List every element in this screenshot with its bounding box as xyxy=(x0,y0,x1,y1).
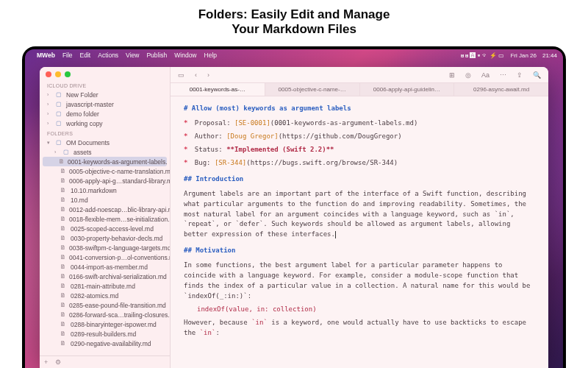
disclosure-icon[interactable]: › xyxy=(47,92,53,97)
file-icon: 🗎 xyxy=(60,168,66,174)
sidebar-section-icloud: ICLOUD DRIVE xyxy=(40,80,170,90)
menubar-item[interactable]: File xyxy=(62,52,73,59)
sidebar-folder[interactable]: ›▢demo folder xyxy=(40,109,170,118)
folder-label: demo folder xyxy=(66,110,99,118)
layout-icon[interactable]: ⊞ xyxy=(448,71,456,79)
nav-forward-icon[interactable]: › xyxy=(206,71,211,79)
sidebar-file[interactable]: 🗎0030-property-behavior-decls.md xyxy=(40,233,170,243)
menubar-item[interactable]: View xyxy=(126,52,139,59)
file-icon: 🗎 xyxy=(60,254,66,261)
file-label: 0286-forward-sca…trailing-closures.md xyxy=(69,311,170,319)
sidebar-file[interactable]: 🗎0038-swiftpm-c-language-targets.md xyxy=(40,243,170,252)
menubar-item[interactable]: Actions xyxy=(98,52,118,59)
menubar-time[interactable]: 21:44 xyxy=(542,52,557,59)
menubar-app-name[interactable]: MWeb xyxy=(37,52,55,59)
sidebar-file[interactable]: 🗎0282-atomics.md xyxy=(40,291,170,300)
file-label: 0041-conversion-p…ol-conventions.md xyxy=(69,254,170,261)
file-label: 0044-import-as-member.md xyxy=(71,263,148,271)
file-icon: 🗎 xyxy=(60,187,68,194)
sidebar-file[interactable]: 🗎10.10.markdown xyxy=(40,185,170,195)
desktop-screen: MWeb File Edit Actions View Publish Wind… xyxy=(25,49,563,368)
doc-paragraph: Argument labels are an important part of… xyxy=(184,189,535,241)
file-label: 0001-keywords-as-argument-labels.md xyxy=(68,158,167,166)
close-button[interactable] xyxy=(46,71,51,77)
sidebar-file[interactable]: 🗎0006-apply-api-g…standard-library.md xyxy=(40,176,170,185)
file-icon: 🗎 xyxy=(60,302,66,308)
more-icon[interactable]: ⋯ xyxy=(498,71,508,79)
disclosure-icon[interactable]: › xyxy=(47,111,53,116)
zoom-button[interactable] xyxy=(65,71,71,77)
file-label: 0018-flexible-mem…se-initialization.md xyxy=(69,216,170,223)
file-icon: 🗎 xyxy=(60,225,68,232)
editor-tab[interactable]: 0001-keywords-as-… xyxy=(171,83,265,96)
doc-paragraph: In some functions, the best argument lab… xyxy=(184,261,535,302)
sidebar-section-folders: FOLDERS xyxy=(40,128,170,138)
file-label: 0012-add-noescap…blic-library-api.md xyxy=(69,206,170,213)
promo-line1: Folders: Easily Edit and Manage xyxy=(0,7,588,22)
sidebar-folder-assets[interactable]: › ▢ assets xyxy=(40,147,170,157)
search-icon[interactable]: 🔍 xyxy=(531,71,542,79)
doc-meta-line: Bug: [SR-344](https://bugs.swift.org/bro… xyxy=(184,158,535,169)
disclosure-icon[interactable]: ▾ xyxy=(47,140,53,146)
status-icons[interactable]: ▤ ▤ 🅰 ⌨ ᯤ ⚡ ▭ xyxy=(461,52,504,59)
sidebar-file[interactable]: 🗎0286-forward-sca…trailing-closures.md xyxy=(40,310,170,319)
sidebar-file[interactable]: 🗎0289-result-builders.md xyxy=(40,329,170,339)
sidebar-file[interactable]: 🗎0285-ease-pound-file-transition.md xyxy=(40,300,170,310)
folder-icon: ▢ xyxy=(63,149,71,155)
file-icon: 🗎 xyxy=(60,321,68,328)
file-label: 0282-atomics.md xyxy=(71,292,118,300)
folder-icon: ▢ xyxy=(56,101,63,107)
sidebar-folder-root[interactable]: ▾ ▢ OM Documents xyxy=(40,138,170,147)
doc-meta-line: Author: [Doug Gregor](https://github.com… xyxy=(184,132,535,142)
sidebar-file[interactable]: 🗎0288-binaryinteger-ispower.md xyxy=(40,319,170,329)
menubar-item[interactable]: Publish xyxy=(146,52,167,59)
file-icon: 🗎 xyxy=(59,158,65,165)
macos-menubar: MWeb File Edit Actions View Publish Wind… xyxy=(25,49,563,61)
editor[interactable]: # Allow (most) keywords as argument labe… xyxy=(171,96,548,368)
file-label: 0005-objective-c-name-translation.md xyxy=(69,168,170,175)
settings-button[interactable]: ⚙ xyxy=(55,358,61,366)
sidebar-file[interactable]: 🗎0005-objective-c-name-translation.md xyxy=(40,166,170,176)
sidebar-file[interactable]: 🗎0166-swift-archival-serialization.md xyxy=(40,272,170,281)
file-label: 10.md xyxy=(71,197,88,204)
sidebar-folder[interactable]: ›▢javascript-master xyxy=(40,99,170,109)
disclosure-icon[interactable]: › xyxy=(47,121,53,126)
menubar-item[interactable]: Window xyxy=(174,52,196,59)
sidebar-folder[interactable]: ›▢New Folder xyxy=(40,90,170,99)
doc-meta-line: Proposal: [SE-0001](0001-keywords-as-arg… xyxy=(184,118,535,129)
disclosure-icon[interactable]: › xyxy=(54,149,60,155)
menubar-date[interactable]: Fri Jan 26 xyxy=(510,52,537,59)
editor-tab[interactable]: 0296-async-await.md xyxy=(454,83,548,96)
sidebar-file[interactable]: 🗎0025-scoped-access-level.md xyxy=(40,224,170,233)
sidebar-file[interactable]: 🗎0012-add-noescap…blic-library-api.md xyxy=(40,205,170,214)
file-icon: 🗎 xyxy=(60,244,66,251)
minimize-button[interactable] xyxy=(55,71,61,77)
preview-icon[interactable]: ◎ xyxy=(464,71,473,79)
menubar-item[interactable]: Edit xyxy=(80,52,91,59)
text-cursor xyxy=(335,231,336,238)
tab-bar: 0001-keywords-as-…0005-objective-c-name-… xyxy=(171,83,548,96)
disclosure-icon[interactable]: › xyxy=(47,102,53,107)
file-icon: 🗎 xyxy=(60,273,66,280)
sidebar-file[interactable]: 🗎0001-keywords-as-argument-labels.md xyxy=(43,157,167,166)
add-button[interactable]: + xyxy=(44,358,48,366)
sidebar-file[interactable]: 🗎0281-main-attribute.md xyxy=(40,281,170,291)
toggle-sidebar-icon[interactable]: ▭ xyxy=(176,71,186,79)
laptop-frame: MWeb File Edit Actions View Publish Wind… xyxy=(22,46,566,368)
sidebar-file[interactable]: 🗎0290-negative-availability.md xyxy=(40,339,170,348)
nav-back-icon[interactable]: ‹ xyxy=(193,71,198,79)
share-icon[interactable]: ⇪ xyxy=(515,71,524,79)
promo-title: Folders: Easily Edit and Manage Your Mar… xyxy=(0,0,588,38)
editor-tab[interactable]: 0006-apply-api-guidelin… xyxy=(360,83,455,96)
sidebar-folder[interactable]: ›▢working copy xyxy=(40,118,170,128)
font-size-button[interactable]: Aa xyxy=(480,71,491,79)
main-pane: ▭ ‹ › ⊞ ◎ Aa ⋯ ⇪ 🔍 0001-keywords-as-…000… xyxy=(171,67,548,368)
doc-heading-1: # Allow (most) keywords as argument labe… xyxy=(184,104,535,114)
sidebar-file[interactable]: 🗎0018-flexible-mem…se-initialization.md xyxy=(40,214,170,224)
sidebar-file[interactable]: 🗎10.md xyxy=(40,195,170,205)
menubar-item[interactable]: Help xyxy=(204,52,217,59)
file-icon: 🗎 xyxy=(60,216,66,222)
sidebar-file[interactable]: 🗎0041-conversion-p…ol-conventions.md xyxy=(40,252,170,262)
sidebar-file[interactable]: 🗎0044-import-as-member.md xyxy=(40,262,170,272)
editor-tab[interactable]: 0005-objective-c-name-… xyxy=(265,83,360,96)
